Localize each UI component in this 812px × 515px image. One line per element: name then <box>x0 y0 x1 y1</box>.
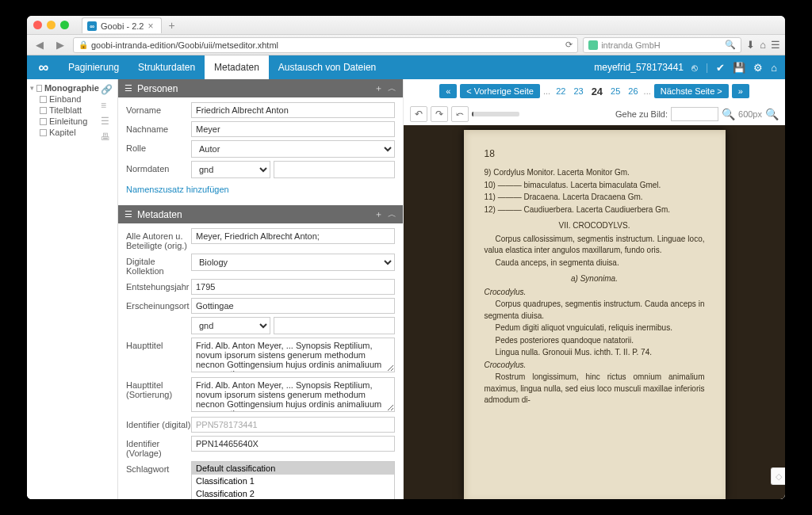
tab-title: Goobi - 2.2 <box>101 21 144 31</box>
undo-icon[interactable]: ⤺ <box>451 106 469 122</box>
lock-icon: 🔒 <box>79 40 88 49</box>
tree-item-einband[interactable]: Einband <box>29 93 101 105</box>
page-link[interactable]: 26 <box>626 86 640 96</box>
tree-item-einleitung[interactable]: Einleitung <box>29 116 101 127</box>
prev-page-button[interactable]: < Vorherige Seite <box>460 84 540 98</box>
page-link[interactable]: 22 <box>553 86 568 96</box>
new-tab-button[interactable]: + <box>165 19 178 32</box>
print-icon[interactable]: 🖶 <box>101 132 113 143</box>
input-normdaten-value[interactable] <box>274 161 395 178</box>
label-haupttitel-sort: Haupttitel (Sortierung) <box>126 377 191 399</box>
menu-paginierung[interactable]: Paginierung <box>59 55 128 79</box>
input-jahr[interactable] <box>191 279 395 295</box>
textarea-haupttitel-sort[interactable]: Frid. Alb. Anton Meyer, ... Synopsis Rep… <box>191 377 395 412</box>
select-kollektion[interactable]: Biology <box>191 254 395 271</box>
schlagwort-option[interactable]: Classification 1 <box>192 475 394 487</box>
minimize-window-button[interactable] <box>47 21 56 29</box>
goto-input[interactable] <box>671 107 718 121</box>
input-ort[interactable] <box>191 298 395 314</box>
url-input[interactable]: 🔒 goobi-intranda-edition/Goobi/uii/metse… <box>73 37 578 53</box>
input-id-digital[interactable] <box>191 417 395 433</box>
rows-icon[interactable]: ☰ <box>101 116 113 127</box>
page-link[interactable]: 25 <box>608 86 622 96</box>
schlagwort-option[interactable]: Classification 2 <box>192 487 394 499</box>
menu-metadaten[interactable]: Metadaten <box>205 55 269 79</box>
search-icon: 🔍 <box>725 40 736 50</box>
first-page-button[interactable]: « <box>439 84 457 98</box>
bookmark-tab-icon[interactable]: ◇ <box>771 467 785 485</box>
select-rolle[interactable]: Autor <box>191 140 395 158</box>
input-id-vorlage[interactable] <box>191 436 395 452</box>
menu-icon[interactable]: ☰ <box>771 39 780 51</box>
label-vorname: Vorname <box>126 102 191 115</box>
app-toolbar-right: meyefrid_578173441 ⎋ | ✔ 💾 ⚙ ⌂ <box>594 62 785 74</box>
download-icon[interactable]: ⬇ <box>746 39 755 51</box>
tree-root[interactable]: ▾ Monographie <box>29 82 101 93</box>
page-link[interactable]: 23 <box>571 86 585 96</box>
exit-icon[interactable]: ⎋ <box>691 62 698 74</box>
reload-icon[interactable]: ⟳ <box>565 40 573 50</box>
app-logo-icon[interactable]: ∞ <box>27 59 59 76</box>
hamburger-icon[interactable]: ☰ <box>124 209 132 219</box>
add-person-icon[interactable]: ＋ <box>374 82 383 94</box>
label-kollektion: Digitale Kollektion <box>126 254 191 276</box>
rotate-left-icon[interactable]: ↶ <box>410 106 427 122</box>
browser-toolbar-icons: ⬇ ⌂ ☰ <box>746 39 780 51</box>
label-alle-autoren: Alle Autoren u. Beteiligte (orig.) <box>126 228 191 250</box>
tree-item-kapitel[interactable]: Kapitel <box>29 127 101 138</box>
browser-tab[interactable]: ∞ Goobi - 2.2 × <box>82 17 162 33</box>
link-icon[interactable]: 🔗 <box>101 84 113 95</box>
list-icon[interactable]: ≡ <box>101 100 113 111</box>
pager: « < Vorherige Seite ... 22 23 24 25 26 .… <box>404 79 785 103</box>
panel-personen-body: Vorname Nachname RolleAutor Normdatengnd… <box>118 97 403 205</box>
select-ort-norm[interactable]: gnd <box>191 317 270 334</box>
home-app-icon[interactable]: ⌂ <box>771 62 777 74</box>
tab-close-icon[interactable]: × <box>147 21 153 32</box>
link-namenszusatz[interactable]: Namenszusatz hinzufügen <box>126 181 229 197</box>
url-bar-row: ◀ ▶ 🔒 goobi-intranda-edition/Goobi/uii/m… <box>27 35 785 55</box>
search-image-icon[interactable]: 🔍 <box>722 108 735 120</box>
collapse-icon[interactable]: ▾ <box>30 84 34 92</box>
main-area: ☰ Personen ＋︿ Vorname Nachname RolleAuto… <box>118 79 785 499</box>
settings-icon[interactable]: ⚙ <box>753 62 763 74</box>
goto-label: Gehe zu Bild: <box>615 109 668 119</box>
rotate-right-icon[interactable]: ↷ <box>431 106 448 122</box>
maximize-window-button[interactable] <box>60 21 69 29</box>
next-page-button[interactable]: Nächste Seite > <box>654 84 729 98</box>
forward-button[interactable]: ▶ <box>52 37 68 53</box>
input-alle-autoren[interactable] <box>191 228 395 244</box>
tree-item-titelblatt[interactable]: Titelblatt <box>29 105 101 116</box>
schlagwort-option[interactable]: Default classification <box>192 462 394 475</box>
check-icon[interactable]: ✔ <box>716 62 725 74</box>
input-vorname[interactable] <box>191 102 395 118</box>
panel-metadaten-body: Alle Autoren u. Beteiligte (orig.) Digit… <box>118 223 403 499</box>
collapse-panel-icon[interactable]: ︿ <box>388 82 396 94</box>
menu-strukturdaten[interactable]: Strukturdaten <box>128 55 205 79</box>
label-schlagwort: Schlagwort <box>126 461 191 474</box>
last-page-button[interactable]: » <box>732 84 749 98</box>
collapse-panel-icon[interactable]: ︿ <box>388 208 396 220</box>
textarea-haupttitel[interactable]: Frid. Alb. Anton Meyer, ... Synopsis Rep… <box>191 338 395 372</box>
search-engine-icon <box>588 40 598 50</box>
input-ort-norm-value[interactable] <box>274 317 395 334</box>
page-current: 24 <box>589 86 605 97</box>
label-id-digital: Identifier (digital) <box>126 417 191 429</box>
app-menu: Paginierung Strukturdaten Metadaten Aust… <box>59 55 385 79</box>
page-view[interactable]: 18 9) Cordylus Monitor. Lacerta Monitor … <box>404 125 785 499</box>
select-normdaten[interactable]: gnd <box>191 161 270 178</box>
browser-search-input[interactable]: intranda GmbH 🔍 <box>583 37 741 53</box>
brightness-slider[interactable] <box>472 112 519 116</box>
menu-austausch[interactable]: Austausch von Dateien <box>269 55 385 79</box>
save-icon[interactable]: 💾 <box>733 62 745 74</box>
add-meta-icon[interactable]: ＋ <box>374 208 383 220</box>
listbox-schlagwort[interactable]: Default classification Classification 1 … <box>191 461 395 499</box>
browser-window: ∞ Goobi - 2.2 × + ◀ ▶ 🔒 goobi-intranda-e… <box>27 16 785 499</box>
input-nachname[interactable] <box>191 121 395 137</box>
panel-metadaten-header: ☰ Metadaten ＋︿ <box>118 205 403 223</box>
close-window-button[interactable] <box>33 21 42 29</box>
label-normdaten: Normdaten <box>126 161 191 174</box>
hamburger-icon[interactable]: ☰ <box>124 83 132 93</box>
home-icon[interactable]: ⌂ <box>760 39 766 51</box>
zoom-icon[interactable]: 🔍 <box>765 108 779 120</box>
back-button[interactable]: ◀ <box>32 37 48 53</box>
